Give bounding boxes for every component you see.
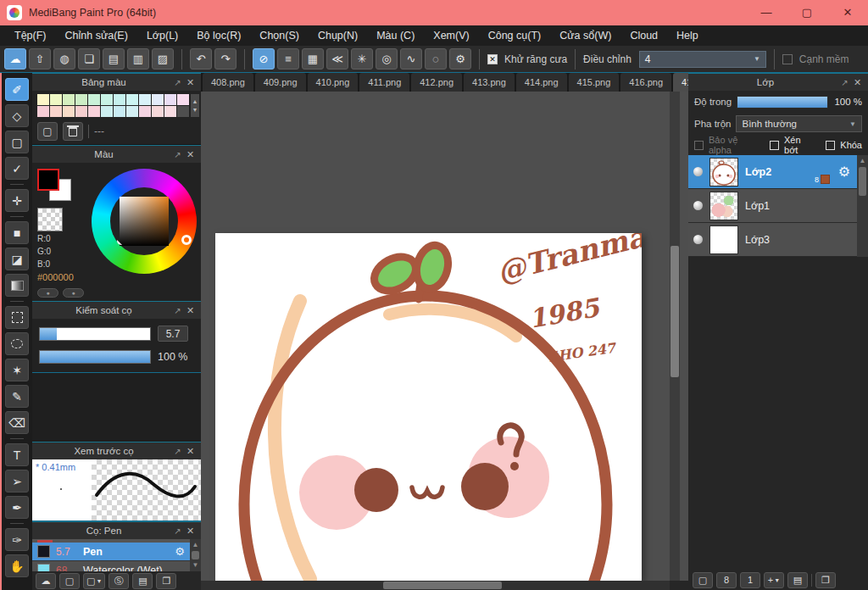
color-swatch[interactable] [177,94,189,105]
polyline-tool[interactable]: ✓ [5,157,29,180]
close-icon[interactable]: ✕ [184,446,197,457]
color-swatch[interactable] [152,106,164,117]
layer-list-scrollbar[interactable]: ▲ [857,155,868,257]
gradient-tool[interactable] [5,274,29,297]
snap-settings-button[interactable]: ◌ [425,48,447,70]
menu-color[interactable]: Màu (C) [367,30,424,42]
lock-checkbox[interactable] [826,141,835,150]
eyedropper-tool[interactable]: ✑ [5,528,29,551]
color-swatch[interactable] [50,94,62,105]
tab-416[interactable]: 416.png [620,73,671,92]
color-option-button[interactable]: ● [37,288,58,298]
layer-row-lop3[interactable]: Lớp3 [688,223,857,257]
color-swatch[interactable] [63,94,75,105]
brush-opacity-slider[interactable] [39,350,151,364]
color-swatch[interactable] [37,106,49,117]
snap-parallel-button[interactable]: ≡ [277,48,299,70]
popout-icon[interactable]: ↗ [171,526,184,536]
select-rect-tool[interactable]: ▢ [5,131,29,153]
soft-edge-checkbox[interactable] [782,54,793,64]
text-tool[interactable]: T [5,443,29,466]
close-icon[interactable]: ✕ [184,305,197,316]
maximize-button[interactable]: ▢ [787,0,827,25]
brush-list-scrollbar[interactable]: ▲ ▼ [190,539,201,571]
document-edit-button[interactable]: ▨ [152,48,174,70]
popout-icon[interactable]: ↗ [171,78,184,87]
color-swatch[interactable] [126,106,138,117]
color-swatch[interactable] [63,106,75,117]
snap-grid-button[interactable]: ▦ [302,48,324,70]
transparent-color-swatch[interactable] [37,208,63,231]
select-pen-tool[interactable]: ✎ [5,385,29,408]
magic-wand-tool[interactable]: ✶ [5,359,29,381]
color-wheel[interactable] [92,169,197,274]
layer-folder-button[interactable]: ▤ [787,572,808,588]
delete-color-button[interactable] [63,122,83,141]
brush-row-pen[interactable]: 5.7 Pen ⚙ [32,543,190,561]
color-swatch[interactable] [37,94,49,105]
canvas-vertical-scrollbar[interactable] [670,92,680,581]
upload-button[interactable]: ⇧ [29,48,51,70]
color-swatch[interactable] [114,106,125,117]
layer-visibility-dot[interactable] [693,167,703,176]
brush-cloud-button[interactable]: ☁ [36,573,56,589]
new-1bit-layer-button[interactable]: 1 [740,572,760,588]
tab-415[interactable]: 415.png [569,73,620,92]
new-8bit-layer-button[interactable]: 8 [716,572,737,588]
brush-size-value[interactable]: 5.7 [158,326,188,342]
canvas[interactable]: @Tranma 1985 #HO 247 [215,233,642,581]
brush-tool[interactable]: ✐ [5,78,29,101]
duplicate-brush-button[interactable]: ❐ [156,573,176,589]
tab-414[interactable]: 414.png [516,73,567,92]
layer-visibility-dot[interactable] [693,201,703,210]
color-swatch[interactable] [88,94,100,105]
popout-icon[interactable]: ↗ [171,150,184,159]
color-swatch[interactable] [75,94,87,105]
color-swatch[interactable] [101,106,113,117]
document-button[interactable]: ▤ [103,48,125,70]
redo-button[interactable]: ↷ [214,48,236,70]
move-tool[interactable]: ✛ [5,189,29,212]
operate-tool[interactable]: ➢ [5,470,29,493]
select-dotted-tool[interactable] [5,306,29,329]
popout-icon[interactable]: ↗ [838,78,851,87]
select-eraser-tool[interactable]: ⌫ [5,411,29,434]
canvas-area[interactable]: @Tranma 1985 #HO 247 [201,92,688,590]
close-icon[interactable]: ✕ [184,77,197,88]
palette-scroll-spinner[interactable]: ▲ ▼ [191,94,199,117]
scroll-up-icon[interactable]: ▲ [860,157,866,165]
color-swatch[interactable] [50,106,62,117]
close-icon[interactable]: ✕ [184,149,197,160]
scrollbar-thumb[interactable] [383,582,502,589]
tab-411[interactable]: 411.png [359,73,409,92]
foreground-color-swatch[interactable] [37,169,59,191]
close-icon[interactable]: ✕ [184,526,197,537]
close-icon[interactable]: ✕ [851,77,864,88]
menu-file[interactable]: Tệp(F) [5,30,56,42]
scrollbar-thumb[interactable] [192,551,199,559]
menu-layer[interactable]: Lớp(L) [137,30,187,42]
eraser-tool[interactable]: ◇ [5,104,29,127]
scrollbar-thumb[interactable] [859,167,866,196]
menu-cloud[interactable]: Cloud [620,30,667,42]
popout-icon[interactable]: ↗ [171,306,184,315]
tab-408[interactable]: 408.png [203,73,253,92]
lasso-tool[interactable] [5,332,29,355]
color-swatch[interactable] [101,94,113,105]
new-layer-button[interactable]: ▢ [693,572,713,588]
menu-help[interactable]: Help [667,30,708,42]
layer-gear-icon[interactable]: ⚙ [838,164,850,180]
scrollbar-thumb[interactable] [670,246,679,377]
layer-row-lop2[interactable]: Lớp2 ⚙ 8 [688,155,857,189]
duplicate-layer-button[interactable]: ❐ [815,572,836,588]
menu-window[interactable]: Cửa sổ(W) [550,30,620,42]
menu-capture[interactable]: Chụp(N) [309,30,367,42]
hand-tool[interactable]: ✋ [5,554,29,577]
saturation-value-square[interactable] [120,197,169,246]
tab-413[interactable]: 413.png [464,73,515,92]
undo-button[interactable]: ↶ [190,48,212,70]
comment-button[interactable]: ❏ [78,48,100,70]
menu-edit[interactable]: Chỉnh sửa(E) [56,30,137,42]
scroll-down-icon[interactable]: ▼ [192,561,199,570]
add-brush-menu-button[interactable]: ▢▼ [83,573,105,589]
